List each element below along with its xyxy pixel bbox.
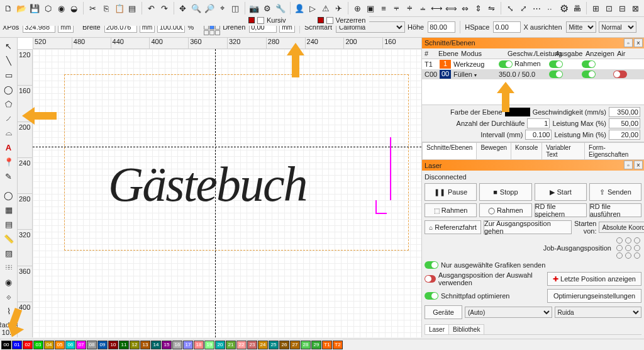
color-swatch[interactable]: 18: [194, 341, 204, 349]
color-swatch[interactable]: 21: [226, 341, 236, 349]
color-swatch[interactable]: 10: [108, 341, 118, 349]
tab[interactable]: Form-Eigenschaften: [584, 142, 644, 159]
opt2-toggle[interactable]: [425, 275, 436, 283]
marker-tool-icon[interactable]: 📍: [2, 155, 16, 169]
layers-list[interactable]: T11Werkzeug RahmenC0000Füllen ▾350.0 / 5…: [422, 59, 644, 106]
polygon-tool-icon[interactable]: ⬠: [2, 97, 16, 111]
flip-h-icon[interactable]: ⇋: [486, 1, 497, 15]
cut-icon[interactable]: ✂: [87, 1, 99, 15]
layer-row[interactable]: T11Werkzeug Rahmen: [422, 59, 644, 69]
dist-v-icon[interactable]: ⟺: [445, 1, 458, 15]
select-tool-icon[interactable]: ↖: [2, 39, 16, 53]
color-swatch[interactable]: 04: [44, 341, 54, 349]
align-h-icon[interactable]: ≡: [378, 1, 390, 15]
zoom-in-icon[interactable]: 🔍: [190, 1, 202, 15]
layer-color-swatch[interactable]: [505, 108, 530, 116]
tab[interactable]: Variabler Text: [541, 142, 585, 159]
color-swatch[interactable]: 26: [279, 341, 289, 349]
copy-icon[interactable]: ⎘: [100, 1, 112, 15]
color-swatch[interactable]: 19: [204, 341, 214, 349]
close-icon[interactable]: ×: [634, 161, 643, 169]
color-swatch[interactable]: 28: [301, 341, 311, 349]
canvas-area[interactable]: 520480440400360320280240200160 120160200…: [18, 38, 421, 337]
color-swatch[interactable]: 22: [236, 341, 247, 349]
path1-icon[interactable]: ⤡: [504, 1, 516, 15]
send-button[interactable]: ⇪ Senden: [589, 183, 641, 201]
stop-button[interactable]: ■ Stopp: [479, 183, 531, 201]
color-swatch[interactable]: 03: [33, 341, 43, 349]
camera-icon[interactable]: 📷: [248, 1, 260, 15]
undo-icon[interactable]: ↶: [145, 1, 157, 15]
align-mid-icon[interactable]: ⫩: [404, 1, 416, 15]
misc3-icon[interactable]: ⊟: [616, 1, 628, 15]
gear-icon[interactable]: ⚙: [262, 1, 274, 15]
play-icon[interactable]: ▷: [306, 1, 318, 15]
close-icon[interactable]: ×: [634, 38, 643, 47]
color-swatch[interactable]: 16: [172, 341, 182, 349]
color-swatch[interactable]: T2: [333, 341, 343, 349]
color-swatch[interactable]: 05: [55, 341, 65, 349]
rect-tool-icon[interactable]: ▭: [2, 68, 16, 82]
fontheight-input[interactable]: [428, 21, 455, 33]
misc1-icon[interactable]: ⊞: [590, 1, 602, 15]
line-tool-icon[interactable]: ╲: [2, 54, 16, 67]
dist-h-icon[interactable]: ⟷: [430, 1, 443, 15]
open-icon[interactable]: 📂: [16, 1, 28, 15]
tab[interactable]: Laser: [425, 324, 449, 334]
spacing-icon[interactable]: ⇔: [459, 1, 471, 15]
ellipse-tool-icon[interactable]: ◯: [2, 82, 16, 96]
xpos-input[interactable]: [23, 21, 55, 33]
workarea[interactable]: Gästebuch: [33, 49, 421, 337]
color-swatch[interactable]: 29: [311, 341, 321, 349]
spacing2-icon[interactable]: ⇕: [472, 1, 484, 15]
path-icon[interactable]: ⟐: [2, 290, 16, 303]
warning-icon[interactable]: ⚠: [319, 1, 331, 15]
color-swatch[interactable]: T1: [322, 341, 332, 349]
font-select[interactable]: California: [336, 21, 405, 33]
grid1-icon[interactable]: ▦: [2, 203, 16, 217]
send-icon[interactable]: ✈: [333, 1, 345, 15]
ruler-icon[interactable]: 📏: [2, 232, 16, 246]
anchor-grid[interactable]: [204, 19, 220, 35]
optsettings-button[interactable]: Optimierungseinstellungen: [547, 289, 641, 303]
bezier-tool-icon[interactable]: ⟋: [2, 111, 16, 125]
opt1-toggle[interactable]: [425, 261, 438, 269]
array-icon[interactable]: ∷∷∷∷: [2, 261, 16, 274]
color-swatch[interactable]: 23: [247, 341, 257, 349]
wrench-icon[interactable]: 🔧: [275, 1, 287, 15]
redo-icon[interactable]: ↷: [158, 1, 170, 15]
origin-grid[interactable]: [616, 237, 641, 259]
path3-icon[interactable]: ⋯: [531, 1, 543, 15]
width-input[interactable]: [104, 21, 137, 33]
lastpos-button[interactable]: ✚ Letzte Position anzeigen: [547, 272, 641, 286]
color-swatch[interactable]: 11: [119, 341, 129, 349]
devices-button[interactable]: Geräte: [425, 305, 462, 319]
color-swatch[interactable]: 07: [76, 341, 86, 349]
rdrun-button[interactable]: RD file ausführen: [589, 203, 641, 217]
stack-icon[interactable]: ▤: [126, 1, 138, 15]
color-swatch[interactable]: 25: [269, 341, 279, 349]
path2-icon[interactable]: ⤢: [518, 1, 530, 15]
curve-icon[interactable]: ⌇: [2, 304, 16, 318]
startfrom-select[interactable]: Absolute Koordinaten: [599, 222, 644, 233]
goto-origin-button[interactable]: Zur Ausgangsposition gehen: [484, 220, 572, 234]
tab[interactable]: Bewegen: [476, 142, 511, 159]
pencil-tool-icon[interactable]: ✎: [2, 169, 16, 183]
rdsave-button[interactable]: RD file speichern: [535, 203, 587, 217]
settings-icon[interactable]: ⚙: [558, 1, 570, 15]
circle2-icon[interactable]: ◯: [2, 188, 16, 202]
color-swatch[interactable]: 06: [65, 341, 75, 349]
minimize-icon[interactable]: ▫: [624, 161, 633, 169]
color-swatch[interactable]: 20: [215, 341, 225, 349]
group-icon[interactable]: ▣: [365, 1, 377, 15]
combine-icon[interactable]: ∙∙: [544, 1, 556, 15]
frame2-button[interactable]: ◯ Rahmen: [479, 203, 531, 217]
paste-icon[interactable]: 📋: [113, 1, 125, 15]
align-top-icon[interactable]: ⫧: [391, 1, 403, 15]
color-swatch[interactable]: 13: [140, 341, 150, 349]
color-swatch[interactable]: 15: [162, 341, 172, 349]
home-button[interactable]: ⌂ Referenzfahrt: [425, 220, 481, 234]
speed-input[interactable]: [609, 107, 640, 117]
color-swatch[interactable]: 27: [290, 341, 300, 349]
globe-icon[interactable]: ◉: [55, 1, 67, 15]
